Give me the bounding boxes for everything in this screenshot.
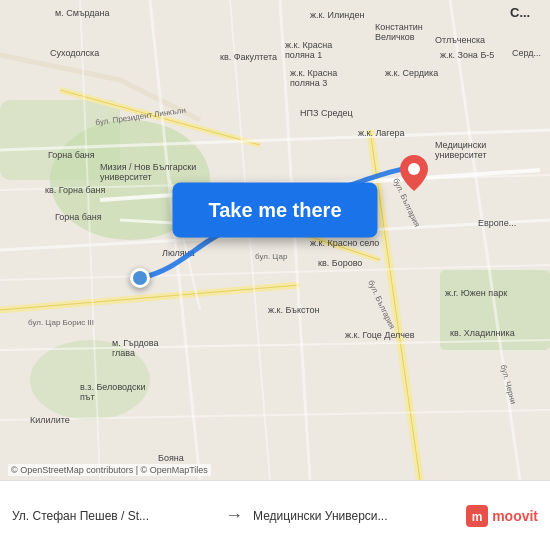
bottom-bar: Ул. Стефан Пешев / St... → Медицински Ун… — [0, 480, 550, 550]
arrow-icon: → — [215, 505, 253, 526]
destination-marker — [400, 155, 428, 195]
take-me-there-button[interactable]: Take me there — [172, 183, 377, 238]
copyright-notice: © OpenStreetMap contributors | © OpenMap… — [8, 464, 211, 476]
svg-text:m: m — [472, 510, 483, 524]
moovit-text: moovit — [492, 508, 538, 524]
svg-point-4 — [30, 340, 150, 420]
route-from: Ул. Стефан Пешев / St... — [12, 509, 215, 523]
moovit-logo: m moovit — [466, 505, 538, 527]
origin-marker — [130, 268, 150, 288]
svg-rect-2 — [0, 100, 120, 180]
svg-point-5 — [408, 163, 420, 175]
route-to: Медицински Универси... — [253, 509, 456, 523]
map-container: м. Смърдана ж.к. Илинден КонстантинВелич… — [0, 0, 550, 480]
